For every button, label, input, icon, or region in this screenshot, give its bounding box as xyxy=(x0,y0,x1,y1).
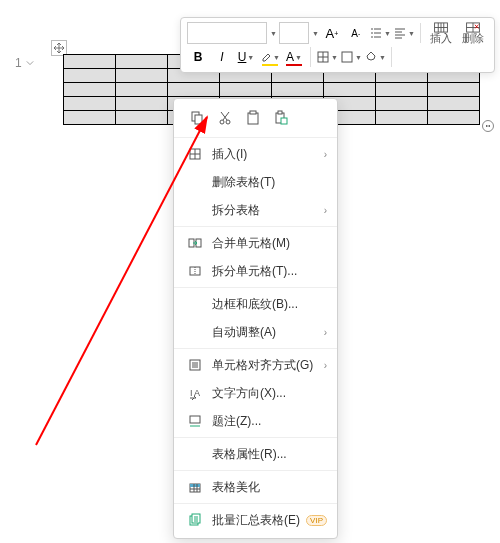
table-resize-handle[interactable] xyxy=(482,120,494,132)
table-icon xyxy=(316,50,330,64)
menu-merge-cells[interactable]: 合并单元格(M) xyxy=(174,229,337,257)
cut-button[interactable] xyxy=(214,107,236,129)
menu-cell-alignment[interactable]: 单元格对齐方式(G) › xyxy=(174,351,337,379)
menu-table-beautify[interactable]: 表格美化 xyxy=(174,473,337,501)
chevron-right-icon: › xyxy=(324,205,327,216)
decrease-font-button[interactable]: A- xyxy=(345,22,367,44)
paste-button[interactable] xyxy=(242,107,264,129)
list-icon xyxy=(369,26,383,40)
vip-badge: VIP xyxy=(306,515,327,526)
merge-icon xyxy=(188,236,202,250)
font-name-input[interactable] xyxy=(187,22,267,44)
italic-button[interactable]: I xyxy=(211,46,233,68)
paste-icon xyxy=(245,110,261,126)
underline-button[interactable]: U▼ xyxy=(235,46,257,68)
highlight-button[interactable]: ▼ xyxy=(259,46,281,68)
font-color-button[interactable]: A▼ xyxy=(283,46,305,68)
svg-rect-3 xyxy=(342,52,352,62)
copy-icon xyxy=(189,110,205,126)
svg-rect-20 xyxy=(190,416,200,423)
insert-icon xyxy=(188,147,202,161)
menu-delete-table[interactable]: 删除表格(T) xyxy=(174,168,337,196)
svg-rect-22 xyxy=(190,484,200,487)
insert-button[interactable]: 插入 xyxy=(426,22,456,44)
menu-table-properties[interactable]: 表格属性(R)... xyxy=(174,440,337,468)
menu-text-direction[interactable]: IA 文字方向(X)... xyxy=(174,379,337,407)
delete-button[interactable]: 删除 xyxy=(458,22,488,44)
paste-special-icon xyxy=(273,110,289,126)
page-indicator: 1 xyxy=(15,56,34,70)
svg-rect-9 xyxy=(250,111,256,114)
shading-icon xyxy=(364,50,378,64)
border-icon xyxy=(340,50,354,64)
svg-rect-5 xyxy=(195,115,202,124)
svg-rect-12 xyxy=(281,118,287,124)
menu-split-table[interactable]: 拆分表格 › xyxy=(174,196,337,224)
font-size-input[interactable] xyxy=(279,22,309,44)
align-icon xyxy=(393,26,407,40)
page-number: 1 xyxy=(15,56,22,70)
bold-button[interactable]: B xyxy=(187,46,209,68)
align-button[interactable]: ▼ xyxy=(393,22,415,44)
svg-point-7 xyxy=(226,120,230,124)
increase-font-button[interactable]: A+ xyxy=(321,22,343,44)
menu-batch-summary[interactable]: 批量汇总表格(E) VIP xyxy=(174,506,337,534)
chevron-down-icon[interactable]: ▼ xyxy=(312,30,319,37)
chevron-down-icon xyxy=(26,59,34,67)
beautify-icon xyxy=(188,480,202,494)
context-menu: 插入(I) › 删除表格(T) 拆分表格 › 合并单元格(M) 拆分单元格(T)… xyxy=(173,98,338,539)
list-button[interactable]: ▼ xyxy=(369,22,391,44)
menu-auto-fit[interactable]: 自动调整(A) › xyxy=(174,318,337,346)
caption-icon xyxy=(188,414,202,428)
svg-point-6 xyxy=(220,120,224,124)
batch-icon xyxy=(188,513,202,527)
menu-split-cells[interactable]: 拆分单元格(T)... xyxy=(174,257,337,285)
shading-button[interactable]: ▼ xyxy=(364,46,386,68)
svg-rect-11 xyxy=(278,111,282,114)
menu-caption[interactable]: 题注(Z)... xyxy=(174,407,337,435)
resize-icon xyxy=(484,122,492,130)
svg-text:I: I xyxy=(190,388,193,398)
menu-borders-shading[interactable]: 边框和底纹(B)... xyxy=(174,290,337,318)
alignment-icon xyxy=(188,358,202,372)
mini-toolbar: ▼ ▼ A+ A- ▼ ▼ 插入 删除 B I U▼ ▼ A▼ xyxy=(180,17,495,73)
copy-button[interactable] xyxy=(186,107,208,129)
borders-button[interactable]: ▼ xyxy=(340,46,362,68)
chevron-right-icon: › xyxy=(324,360,327,371)
chevron-right-icon: › xyxy=(324,327,327,338)
text-direction-icon: IA xyxy=(188,386,202,400)
chevron-right-icon: › xyxy=(324,149,327,160)
split-icon xyxy=(188,264,202,278)
chevron-down-icon[interactable]: ▼ xyxy=(270,30,277,37)
paste-special-button[interactable] xyxy=(270,107,292,129)
menu-insert[interactable]: 插入(I) › xyxy=(174,140,337,168)
cut-icon xyxy=(217,110,233,126)
table-style-button[interactable]: ▼ xyxy=(316,46,338,68)
move-icon xyxy=(54,43,64,53)
highlight-icon xyxy=(260,51,272,63)
svg-rect-8 xyxy=(248,113,258,124)
